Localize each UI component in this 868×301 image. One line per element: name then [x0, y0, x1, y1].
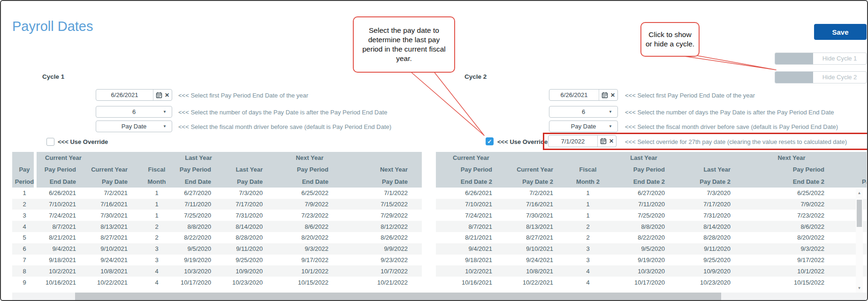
header-divider: [34, 152, 37, 188]
header-line-bottom: PeriodEnd DatePay DateMonthEnd DatePay D…: [12, 176, 422, 188]
header-line-top: PayPay PeriodCurrent YearFiscalPay Perio…: [12, 164, 422, 175]
vertical-scrollbar[interactable]: ▲ ▼: [856, 188, 863, 293]
cycle-2-first-end-date-input[interactable]: 6/26/2021 ✕: [549, 89, 618, 101]
header-line-bottom: End Date 2Pay Date 2Month 2End Date 2Pay…: [436, 176, 867, 188]
table-cell: 7/10/2021: [37, 201, 90, 208]
table-cell: 6/25/2022: [277, 189, 343, 196]
table-row[interactable]: 8/7/20218/13/202128/8/20208/14/20208/6/2…: [436, 221, 867, 232]
table-cell: 10/15/2022: [277, 279, 343, 286]
table-cell: 9/10/2021: [90, 245, 142, 252]
table-row[interactable]: 910/16/202110/22/2021410/17/202010/23/20…: [12, 277, 422, 288]
table-row[interactable]: 48/7/20218/13/202128/8/20208/14/20208/6/…: [12, 221, 422, 232]
hide-cycle-2-toggle-block: [775, 72, 813, 83]
pay-periods-table-cycle-1: Current YearLast YearNext YearPayPay Per…: [12, 152, 422, 288]
hint-fiscal-driver-2: <<< Select the fiscal month driver befor…: [625, 123, 838, 130]
table-cell: 8/21/2021: [37, 234, 90, 241]
cycle-1-fiscal-driver-select[interactable]: Pay Date ▼: [96, 120, 172, 132]
cycle-1-first-end-date-input[interactable]: 6/26/2021 ✕: [96, 89, 172, 101]
table-cell: 9/24/2021: [90, 256, 142, 263]
table-row[interactable]: 10/2/202110/8/2021410/3/202010/9/202010/…: [436, 265, 867, 277]
table-row[interactable]: 58/21/20218/27/202128/22/20208/28/20208/…: [12, 232, 422, 243]
table-cell: 9/3/2022: [745, 245, 838, 252]
table-cell: 1: [142, 189, 172, 196]
callout-hide-cycle: Click to show or hide a cycle.: [640, 22, 700, 57]
table-row[interactable]: 27/10/20217/16/202117/11/20207/17/20207/…: [12, 199, 422, 210]
table-row[interactable]: 8/21/20218/27/202128/22/20208/28/20208/2…: [436, 232, 867, 243]
table-cell: 2: [142, 234, 172, 241]
calendar-icon[interactable]: [602, 92, 608, 98]
header-cell: Pay: [12, 166, 37, 173]
table-cell: 10/1/2022: [745, 268, 838, 275]
cycle-2-days-after-select[interactable]: 6 ▼: [549, 106, 618, 118]
table-cell: 8/6/2022: [277, 223, 343, 230]
hide-cycle-1-button[interactable]: Hide Cycle 1: [775, 53, 867, 65]
table-cell: 10/16/2021: [436, 279, 506, 286]
table-cell: 9/19/2020: [172, 256, 225, 263]
table-cell: 10/15/2022: [745, 279, 838, 286]
horizontal-scrollbar-thumb[interactable]: [75, 293, 721, 300]
table-row[interactable]: 16/26/20217/2/202116/27/20207/3/20206/25…: [12, 188, 422, 199]
clear-date-icon[interactable]: ✕: [609, 138, 614, 144]
cycle-1-use-override-checkbox[interactable]: [46, 138, 54, 146]
cycle-2-override-date-value: 7/1/2022: [548, 138, 597, 145]
chevron-down-icon: ▼: [609, 124, 612, 128]
header-cell: Pay Date 2: [679, 178, 745, 185]
table-row[interactable]: 7/24/20217/30/202117/25/20207/31/20207/2…: [436, 210, 867, 221]
table-cell: 7/2/2021: [90, 189, 142, 196]
vertical-scrollbar-thumb[interactable]: [857, 200, 862, 227]
cycle-2-label: Cycle 2: [464, 73, 487, 80]
cycle-2-days-after-value: 6: [549, 108, 617, 115]
header-cell: Pay Date 2: [506, 178, 567, 185]
cycle-2-override-date-input[interactable]: 7/1/2022 ✕: [548, 135, 617, 147]
clear-date-icon[interactable]: ✕: [165, 92, 169, 98]
table-cell: 8/7/2021: [436, 223, 506, 230]
table-cell: 6/26/2021: [436, 189, 506, 196]
cycle-2-use-override-checkbox[interactable]: ✓: [486, 137, 494, 145]
table-cell: 10/16/2021: [37, 279, 90, 286]
save-button[interactable]: Save: [814, 24, 867, 40]
table-cell: 7/16/2021: [506, 201, 567, 208]
header-cell: Next Year: [745, 154, 838, 161]
table-cell: 7/23/2022: [277, 212, 343, 219]
cycle-2-fiscal-driver-select[interactable]: Pay Date ▼: [549, 120, 618, 132]
scroll-up-icon[interactable]: ▲: [856, 189, 863, 196]
table-cell: 8/12/2022: [343, 223, 422, 230]
table-cell: 10/3/2020: [609, 268, 679, 275]
table-row[interactable]: 79/18/20219/24/202139/19/20209/25/20209/…: [12, 255, 422, 266]
table-row[interactable]: 69/4/20219/10/202139/5/20209/11/20209/3/…: [12, 243, 422, 255]
horizontal-scrollbar[interactable]: [12, 293, 867, 300]
table-row[interactable]: 37/24/20217/30/202117/25/20207/31/20207/…: [12, 210, 422, 221]
table-cell: 10/1/2022: [277, 268, 343, 275]
table-cell: 8/14/2020: [225, 223, 277, 230]
table-cell: 8/22/2020: [172, 234, 225, 241]
calendar-icon[interactable]: [156, 92, 162, 98]
cycle-2-fiscal-driver-value: Pay Date: [549, 123, 617, 130]
table-cell: 10/9/2020: [225, 268, 277, 275]
table-cell: 9/3/2022: [277, 245, 343, 252]
hide-cycle-2-button[interactable]: Hide Cycle 2: [775, 71, 867, 83]
header-cell: Current Year: [90, 166, 142, 173]
table-cell: 10/17/2020: [609, 279, 679, 286]
table-cell: 8/20/2022: [277, 234, 343, 241]
table-row[interactable]: 10/16/202110/22/2021410/17/202010/23/202…: [436, 277, 867, 288]
table-row[interactable]: 7/10/20217/16/202117/11/20207/17/20207/9…: [436, 199, 867, 210]
header-cell: Last Year: [225, 166, 277, 173]
table-cell: 10/9/2020: [679, 268, 745, 275]
clear-date-icon[interactable]: ✕: [610, 92, 615, 98]
table-row[interactable]: 6/26/20217/2/202116/27/20207/3/20206/25/…: [436, 188, 867, 199]
table-row[interactable]: 9/18/20219/24/202139/19/20209/25/20209/1…: [436, 255, 867, 266]
table-cell: 9/10/2021: [506, 245, 567, 252]
table-cell: 7/11/2020: [609, 201, 679, 208]
table-row[interactable]: 810/2/202110/8/2021410/3/202010/9/202010…: [12, 265, 422, 277]
table-cell: 10/23/2020: [225, 279, 277, 286]
table-cell: 3: [12, 212, 37, 219]
calendar-icon[interactable]: [600, 138, 607, 144]
header-cell: Period: [12, 178, 37, 185]
table-cell: 7/24/2021: [436, 212, 506, 219]
table-cell: 9/19/2020: [609, 256, 679, 263]
scroll-down-icon[interactable]: ▼: [856, 285, 863, 292]
table-row[interactable]: 9/4/20219/10/202139/5/20209/11/20209/3/2…: [436, 243, 867, 255]
table-cell: 10/21/2022: [343, 279, 422, 286]
table-cell: 10/2/2021: [436, 268, 506, 275]
cycle-1-days-after-select[interactable]: 6 ▼: [96, 106, 172, 118]
